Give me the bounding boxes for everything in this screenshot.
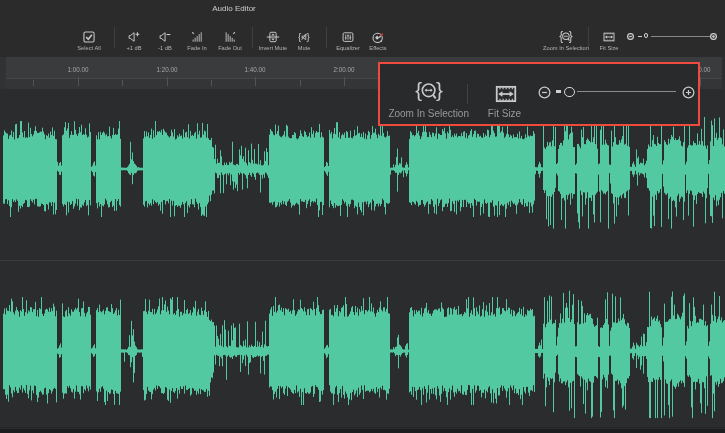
svg-text:{: { — [415, 80, 422, 101]
svg-text:}: } — [436, 80, 443, 101]
